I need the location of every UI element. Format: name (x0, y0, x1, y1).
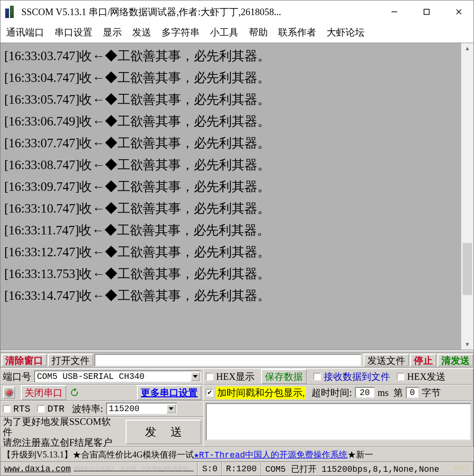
byte-label-1: 第 (393, 386, 403, 399)
send-file-button[interactable]: 发送文件 (364, 354, 409, 367)
refresh-icon[interactable] (69, 387, 80, 398)
send-textarea[interactable] (206, 403, 471, 440)
menu-serial[interactable]: 串口设置 (55, 26, 92, 39)
close-port-button[interactable]: 关闭串口 (21, 385, 66, 400)
vertical-scrollbar[interactable]: ▲ ▼ (461, 43, 474, 350)
menubar: 通讯端口 串口设置 显示 发送 多字符串 小工具 帮助 联系作者 大虾论坛 (0, 23, 474, 43)
watermark-1: 网络图片仅供展示，非存储，如有侵权请联系删除。 (73, 465, 193, 472)
hex-send-label: HEX发送 (407, 370, 446, 383)
promo-link[interactable]: ★RT-Thread中国人的开源免费操作系统 (194, 449, 347, 460)
status-s: S:0 (198, 462, 221, 476)
rts-checkbox[interactable] (3, 405, 10, 413)
scroll-track[interactable] (461, 54, 474, 339)
open-file-button[interactable]: 打开文件 (48, 354, 93, 367)
send-area (203, 401, 474, 447)
chevron-down-icon[interactable] (166, 404, 176, 413)
notice-line2: 请您注册嘉立创F结尾客户 (3, 437, 120, 447)
settings-panel: 端口号 COM5 USB-SERIAL CH340 HEX显示 保存数据 接收数… (0, 368, 474, 447)
timestamp-row: ✔ 加时间戳和分包显示, 超时时间: ms 第 字节 (203, 385, 474, 401)
log-line: [16:33:11.747]收←◆工欲善其事，必先利其器。 (4, 219, 457, 241)
menu-multistr[interactable]: 多字符串 (162, 26, 200, 39)
recv-to-file-checkbox[interactable] (313, 373, 321, 380)
receive-console[interactable]: [16:33:03.747]收←◆工欲善其事，必先利其器。[16:33:04.7… (0, 43, 461, 350)
notice-text: 为了更好地发展SSCOM软件 请您注册嘉立创F结尾客户 (3, 417, 120, 447)
stop-button[interactable]: 停止 (410, 354, 437, 367)
window-title: SSCOM V5.13.1 串口/网络数据调试器,作者:大虾丁丁,2618058… (21, 6, 383, 18)
menu-tools[interactable]: 小工具 (210, 26, 238, 39)
watermark-2: 账号五 (454, 465, 469, 472)
clear-window-button[interactable]: 清除窗口 (1, 354, 47, 367)
log-line: [16:33:09.747]收←◆工欲善其事，必先利其器。 (4, 176, 457, 198)
port-row: 端口号 COM5 USB-SERIAL CH340 (0, 368, 203, 385)
port-combo[interactable]: COM5 USB-SERIAL CH340 (34, 370, 201, 383)
port-value: COM5 USB-SERIAL CH340 (37, 372, 145, 381)
send-input[interactable] (94, 354, 362, 367)
byte-input[interactable] (406, 387, 419, 398)
promo-text-2: ★新一 (347, 449, 373, 460)
status-info: COM5 已打开 115200bps,8,1,None,None 账号五 (261, 462, 474, 476)
menu-help[interactable]: 帮助 (249, 26, 268, 39)
maximize-button[interactable] (420, 6, 433, 18)
promo-text-1: ★合宙高性价比4G模块值得一试 (73, 449, 194, 460)
minimize-button[interactable] (388, 6, 401, 18)
log-line: [16:33:08.747]收←◆工欲善其事，必先利其器。 (4, 154, 457, 176)
save-data-button[interactable]: 保存数据 (261, 369, 307, 384)
status-r: R:1200 (222, 462, 261, 476)
timestamp-label: 加时间戳和分包显示, (216, 386, 306, 399)
open-row: 关闭串口 更多串口设置 (0, 385, 203, 401)
clear-send-button[interactable]: 清发送 (438, 354, 474, 367)
titlebar: SSCOM V5.13.1 串口/网络数据调试器,作者:大虾丁丁,2618058… (0, 0, 474, 23)
svg-rect-1 (424, 9, 429, 15)
log-line: [16:33:06.749]收←◆工欲善其事，必先利其器。 (4, 110, 457, 132)
status-site-text: www.daxia.com (4, 464, 71, 474)
hex-show-label: HEX显示 (216, 370, 255, 383)
baud-label: 波特率: (72, 403, 103, 415)
timeout-label: 超时时间: (311, 386, 352, 399)
promo-bar: 【升级到V5.13.1】 ★合宙高性价比4G模块值得一试 ★RT-Thread中… (0, 447, 474, 461)
notice-row: 为了更好地发展SSCOM软件 请您注册嘉立创F结尾客户 发 送 (0, 417, 203, 447)
console-wrap: [16:33:03.747]收←◆工欲善其事，必先利其器。[16:33:04.7… (0, 43, 474, 350)
status-info-text: COM5 已打开 115200bps,8,1,None,None (265, 463, 439, 475)
baud-value: 115200 (109, 404, 140, 413)
window-controls (383, 6, 470, 18)
send-toolbar: 清除窗口 打开文件 发送文件 停止 清发送 (0, 353, 474, 368)
send-button[interactable]: 发 送 (126, 420, 201, 444)
menu-forum[interactable]: 大虾论坛 (327, 26, 365, 39)
log-line: [16:33:12.747]收←◆工欲善其事，必先利其器。 (4, 241, 457, 263)
app-icon (4, 6, 17, 18)
log-line: [16:33:14.747]收←◆工欲善其事，必先利其器。 (4, 285, 457, 306)
scroll-up-icon[interactable]: ▲ (461, 43, 474, 54)
log-line: [16:33:04.747]收←◆工欲善其事，必先利其器。 (4, 67, 457, 89)
dtr-label: DTR (47, 404, 64, 414)
byte-label-2: 字节 (422, 386, 441, 399)
log-line: [16:33:03.747]收←◆工欲善其事，必先利其器。 (4, 45, 457, 67)
baud-row: RTS DTR 波特率: 115200 (0, 401, 203, 417)
chevron-down-icon[interactable] (191, 372, 200, 381)
display-row: HEX显示 保存数据 接收数据到文件 HEX发送 (203, 368, 474, 385)
scroll-thumb[interactable] (463, 243, 472, 295)
menu-port[interactable]: 通讯端口 (6, 26, 44, 39)
log-line: [16:33:07.747]收←◆工欲善其事，必先利其器。 (4, 132, 457, 154)
scroll-down-icon[interactable]: ▼ (461, 339, 474, 350)
hex-send-checkbox[interactable] (397, 373, 404, 380)
statusbar: www.daxia.com 网络图片仅供展示，非存储，如有侵权请联系删除。 S:… (0, 461, 474, 476)
promo-upgrade[interactable]: 【升级到V5.13.1】 (2, 449, 73, 460)
hex-show-checkbox[interactable] (206, 373, 213, 380)
port-label: 端口号 (3, 370, 31, 383)
timestamp-checkbox[interactable]: ✔ (206, 389, 213, 396)
dtr-checkbox[interactable] (37, 405, 45, 413)
baud-combo[interactable]: 115200 (106, 403, 177, 415)
log-line: [16:33:13.753]收←◆工欲善其事，必先利其器。 (4, 263, 457, 285)
timeout-unit: ms (378, 387, 389, 398)
status-site[interactable]: www.daxia.com 网络图片仅供展示，非存储，如有侵权请联系删除。 (0, 462, 198, 476)
menu-display[interactable]: 显示 (103, 26, 122, 39)
notice-line1: 为了更好地发展SSCOM软件 (3, 417, 120, 437)
timeout-input[interactable] (355, 387, 375, 398)
log-line: [16:33:10.747]收←◆工欲善其事，必先利其器。 (4, 198, 457, 219)
close-button[interactable] (453, 6, 465, 18)
rts-label: RTS (13, 404, 30, 414)
menu-contact[interactable]: 联系作者 (278, 26, 316, 39)
more-settings-button[interactable]: 更多串口设置 (137, 385, 201, 400)
menu-send[interactable]: 发送 (132, 26, 151, 39)
record-button[interactable] (3, 386, 15, 399)
